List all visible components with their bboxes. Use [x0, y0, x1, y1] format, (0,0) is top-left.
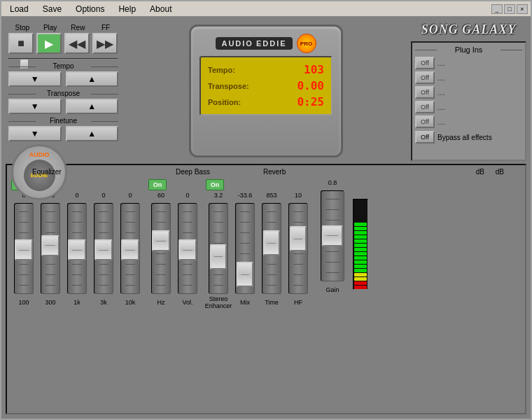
fader-hz: 60: [148, 192, 174, 309]
vu-seg-green-10: [354, 231, 367, 234]
tempo-row: Tempo ▼ ▲: [8, 62, 118, 87]
fader-vol-track[interactable]: [178, 203, 197, 294]
close-button[interactable]: ×: [517, 4, 528, 14]
handle-line: [327, 235, 338, 236]
fader-line: [267, 274, 276, 275]
menu-about[interactable]: About: [144, 3, 177, 15]
ff-button[interactable]: ▶▶: [92, 33, 118, 54]
plugin-5-off-button[interactable]: Off: [415, 115, 435, 128]
db-label1: dB: [476, 168, 484, 176]
minimize-button[interactable]: _: [491, 4, 503, 14]
menu-options[interactable]: Options: [70, 3, 110, 15]
finetune-down-button[interactable]: ▼: [8, 126, 62, 141]
fader-3k-track[interactable]: [94, 203, 113, 294]
finetune-label: Finetune: [8, 117, 118, 125]
fader-line: [46, 211, 55, 212]
fader-hz-handle[interactable]: [152, 230, 170, 251]
fader-line: [46, 285, 55, 286]
fader-line: [214, 222, 223, 223]
play-button[interactable]: ▶: [36, 33, 62, 54]
vu-seg-green-7: [354, 244, 367, 247]
finetune-buttons: ▼ ▲: [8, 126, 118, 141]
plugin-3-off-button[interactable]: Off: [415, 86, 435, 99]
gain-fader-handle[interactable]: [322, 225, 343, 246]
rew-label: Rew: [66, 24, 91, 31]
fader-100-handle[interactable]: [15, 239, 33, 260]
deepbass-fader-group: 60: [148, 192, 200, 309]
fader-3k-handle[interactable]: [94, 239, 113, 260]
bypass-button[interactable]: Off: [415, 131, 435, 144]
fader-line: [125, 264, 135, 265]
fader-mix-track[interactable]: [235, 203, 255, 294]
fader-time-track[interactable]: [262, 203, 281, 294]
fader-stereo-handle[interactable]: [210, 244, 227, 270]
finetune-up-button[interactable]: ▲: [66, 126, 119, 141]
handle-line: [241, 274, 249, 275]
transpose-up-button[interactable]: ▲: [66, 99, 119, 114]
restore-button[interactable]: □: [504, 4, 515, 14]
plugin-4-off-button[interactable]: Off: [415, 101, 435, 113]
handle-line: [156, 241, 165, 241]
fader-stereo-track[interactable]: [209, 203, 228, 294]
vu-seg-green-5: [354, 252, 367, 255]
fader-hz-name: Hz: [158, 295, 165, 309]
fader-1k-track[interactable]: [67, 203, 87, 294]
fader-line: [267, 211, 276, 212]
fader-1k-value: 0: [64, 192, 90, 202]
fader-vol-handle[interactable]: [178, 239, 197, 260]
vu-seg-green-2: [354, 265, 367, 268]
plugin-5-label: ....: [438, 118, 445, 126]
fader-10k-track[interactable]: [120, 203, 140, 294]
fader-line: [156, 285, 166, 286]
plugin-1-off-button[interactable]: Off: [415, 57, 435, 69]
reverb-on-button[interactable]: On: [206, 179, 224, 190]
pro-badge: PRO: [297, 34, 316, 53]
fader-300: 3.8: [38, 192, 63, 309]
menu-help[interactable]: Help: [113, 3, 141, 15]
handle-line: [214, 256, 223, 257]
fader-300-handle[interactable]: [41, 235, 59, 256]
position-slider[interactable]: [8, 58, 118, 59]
fader-line: [183, 232, 192, 233]
tempo-display-label: Tempo:: [208, 66, 235, 74]
rew-button[interactable]: ◀◀: [64, 33, 90, 54]
deepbass-on-button[interactable]: On: [148, 179, 167, 190]
menu-load[interactable]: Load: [4, 3, 34, 15]
gain-fader-track[interactable]: [321, 190, 344, 281]
fader-100-track[interactable]: [14, 203, 34, 294]
handle-line: [183, 250, 192, 251]
fader-hz-track[interactable]: [151, 203, 171, 294]
fader-line: [183, 285, 192, 286]
tempo-down-button[interactable]: ▼: [8, 71, 62, 87]
fader-line: [214, 243, 223, 244]
fader-hf: 10: [286, 192, 311, 309]
fader-line: [19, 264, 29, 265]
left-controls: Stop Play Rew FF ■ ▶ ◀◀ ▶▶: [6, 21, 121, 161]
fader-100-name: 100: [18, 295, 29, 309]
fader-10k-handle[interactable]: [121, 239, 139, 260]
fader-1k-handle[interactable]: [68, 239, 86, 260]
tempo-up-button[interactable]: ▲: [66, 71, 119, 87]
vu-seg-green-6: [354, 248, 367, 251]
vu-seg-green-11: [354, 227, 367, 230]
fader-line: [19, 211, 29, 212]
fader-hf-track[interactable]: [288, 203, 308, 294]
fader-line: [46, 274, 55, 275]
fader-hf-handle[interactable]: [290, 226, 307, 251]
song-galaxy-brand: SONG GALAXY: [411, 21, 526, 38]
ff-label: FF: [93, 24, 118, 31]
fader-time-handle[interactable]: [263, 230, 280, 255]
fader-line: [99, 285, 108, 286]
plugin-2-off-button[interactable]: Off: [415, 71, 435, 84]
plugin-row-2: Off ....: [415, 71, 522, 84]
stop-button[interactable]: ■: [8, 33, 34, 54]
fader-vol-value: 0: [175, 192, 200, 202]
fader-mix-handle[interactable]: [237, 262, 253, 287]
fader-300-track[interactable]: [41, 203, 60, 294]
fader-line: [99, 211, 108, 212]
fader-line: [156, 211, 166, 212]
fader-mix: -33.6: [232, 192, 258, 309]
transpose-down-button[interactable]: ▼: [8, 99, 62, 114]
menu-save[interactable]: Save: [37, 3, 67, 15]
plugins-box: Plug Ins Off .... Off .... Off .... Off: [411, 41, 526, 161]
